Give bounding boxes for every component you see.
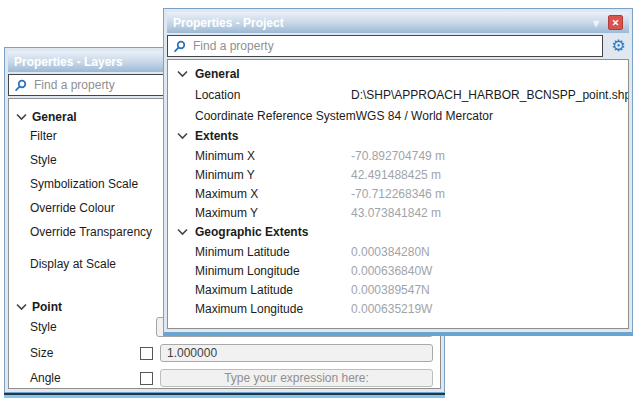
property-label: Coordinate Reference System <box>195 109 356 123</box>
chevron-down-icon <box>176 132 189 140</box>
project-property-list: General Location D:\SHP\APPROACH_HARBOR_… <box>167 59 629 329</box>
angle-expression-checkbox[interactable] <box>140 372 153 385</box>
property-label: Display at Scale <box>30 257 116 271</box>
search-icon <box>173 40 186 53</box>
size-expression-checkbox[interactable] <box>140 347 153 360</box>
property-label: Style <box>30 153 57 167</box>
property-row-location: Location D:\SHP\APPROACH_HARBOR_BCNSPP_p… <box>168 84 628 105</box>
window-menu-caret-icon[interactable]: ▾ <box>593 17 599 29</box>
property-value: 0.000635219W <box>351 302 432 316</box>
section-label: Point <box>32 300 62 314</box>
section-label: General <box>32 110 77 124</box>
property-row-crs: Coordinate Reference System WGS 84 / Wor… <box>168 105 628 126</box>
property-row-maximum-y: Maximum Y 43.073841842 m <box>168 203 628 222</box>
property-label: Override Transparency <box>30 225 152 239</box>
property-row-minimum-y: Minimum Y 42.491488425 m <box>168 165 628 184</box>
property-label: Minimum Longitude <box>195 264 351 278</box>
project-search-box[interactable] <box>167 35 603 57</box>
property-row-minimum-longitude: Minimum Longitude 0.000636840W <box>168 261 628 280</box>
project-search-row: ⚙ <box>167 35 629 57</box>
property-value: 43.073841842 m <box>351 206 441 220</box>
property-row-maximum-longitude: Maximum Longitude 0.000635219W <box>168 299 628 318</box>
property-row-maximum-x: Maximum X -70.712268346 m <box>168 184 628 203</box>
search-icon <box>14 79 27 92</box>
chevron-down-icon <box>15 113 28 121</box>
property-value: 42.491488425 m <box>351 168 441 182</box>
property-value: D:\SHP\APPROACH_HARBOR_BCNSPP_point.shp <box>351 88 629 102</box>
property-label: Style <box>30 320 156 334</box>
properties-project-window: Properties - Project ▾ ✕ ⚙ General Locat… <box>163 8 633 333</box>
close-icon[interactable]: ✕ <box>608 15 623 30</box>
gear-icon[interactable]: ⚙ <box>608 35 629 57</box>
property-label: Angle <box>30 371 136 385</box>
property-label: Maximum Latitude <box>195 283 351 297</box>
property-row-maximum-latitude: Maximum Latitude 0.000389547N <box>168 280 628 299</box>
section-label: General <box>195 67 240 81</box>
property-row-minimum-latitude: Minimum Latitude 0.000384280N <box>168 242 628 261</box>
property-value: 0.000636840W <box>351 264 432 278</box>
property-label: Size <box>30 346 136 360</box>
property-label: Maximum Y <box>195 206 351 220</box>
property-label: Maximum X <box>195 187 351 201</box>
property-label: Override Colour <box>30 201 115 215</box>
chevron-down-icon <box>176 228 189 236</box>
window-title: Properties - Project <box>173 16 593 30</box>
chevron-down-icon <box>176 70 189 78</box>
property-value: -70.892704749 m <box>351 149 445 163</box>
section-label: Extents <box>195 129 238 143</box>
property-label: Minimum X <box>195 149 351 163</box>
angle-expression-input[interactable] <box>160 369 433 387</box>
property-label: Minimum Y <box>195 168 351 182</box>
property-label: Filter <box>30 129 57 143</box>
properties-project-titlebar[interactable]: Properties - Project ▾ ✕ <box>167 12 629 33</box>
property-label: Location <box>195 88 351 102</box>
section-header-general[interactable]: General <box>168 64 628 84</box>
screenshot-root: { "left_panel": { "title": "Properties -… <box>0 0 635 404</box>
property-label: Minimum Latitude <box>195 245 351 259</box>
find-property-input[interactable] <box>193 39 597 53</box>
property-row-minimum-x: Minimum X -70.892704749 m <box>168 146 628 165</box>
property-label: Maximum Longitude <box>195 302 351 316</box>
property-value: 0.000389547N <box>351 283 430 297</box>
point-angle-row: Angle <box>9 367 440 389</box>
point-size-row: Size <box>9 342 440 364</box>
property-value: WGS 84 / World Mercator <box>356 109 493 123</box>
size-value-input[interactable] <box>160 344 433 362</box>
section-header-geographic-extents[interactable]: Geographic Extents <box>168 222 628 242</box>
section-header-extents[interactable]: Extents <box>168 126 628 146</box>
property-value: 0.000384280N <box>351 245 430 259</box>
property-value: -70.712268346 m <box>351 187 445 201</box>
chevron-down-icon <box>15 303 28 311</box>
section-label: Geographic Extents <box>195 225 308 239</box>
property-label: Symbolization Scale <box>30 177 138 191</box>
